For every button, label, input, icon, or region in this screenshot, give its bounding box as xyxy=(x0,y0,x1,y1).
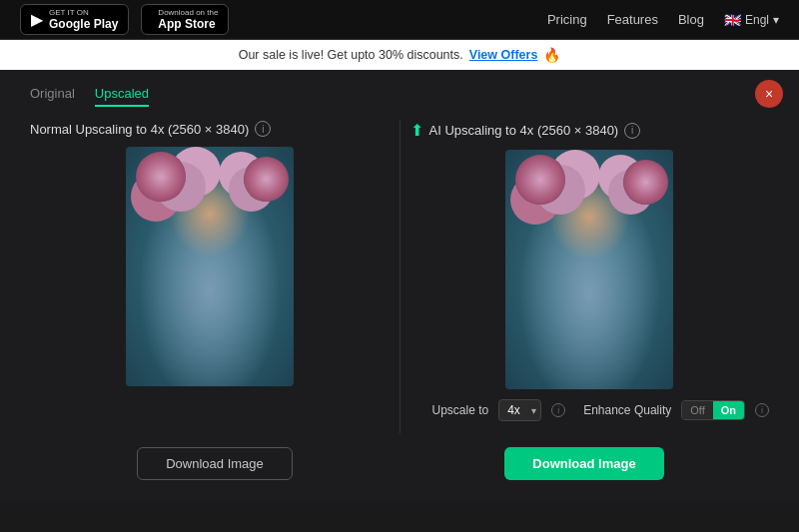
normal-info-icon[interactable]: i xyxy=(255,121,271,137)
download-left: Download Image xyxy=(30,447,400,480)
google-play-button[interactable]: ▶ GET IT ON Google Play xyxy=(20,4,129,35)
google-play-icon: ▶ xyxy=(31,10,43,29)
panel-divider xyxy=(400,121,400,433)
features-link[interactable]: Features xyxy=(607,12,658,27)
language-selector[interactable]: 🇬🇧 Engl ▾ xyxy=(724,12,779,28)
upscale-label: Upscale to xyxy=(431,403,488,417)
upscale-select-wrap: 1x 2x 4x 8x xyxy=(498,399,541,421)
flag-icon: 🇬🇧 xyxy=(724,12,741,28)
pricing-link[interactable]: Pricing xyxy=(547,12,587,27)
normal-panel-header: Normal Upscaling to 4x (2560 × 3840) i xyxy=(30,121,390,137)
download-row: Download Image Download Image xyxy=(30,447,769,480)
comparison-area: Normal Upscaling to 4x (2560 × 3840) i ⬆… xyxy=(30,121,769,433)
tab-original[interactable]: Original xyxy=(30,86,75,107)
enhance-info-icon[interactable]: i xyxy=(755,403,769,417)
controls-row: Upscale to 1x 2x 4x 8x i Enhance Quality… xyxy=(410,399,770,421)
enhance-quality-label: Enhance Quality xyxy=(583,403,671,417)
normal-image xyxy=(126,147,294,386)
normal-panel-title: Normal Upscaling to 4x (2560 × 3840) xyxy=(30,122,249,137)
promo-text: Our sale is live! Get upto 30% discounts… xyxy=(239,48,463,62)
app-store-main-text: App Store xyxy=(158,17,218,31)
blog-link[interactable]: Blog xyxy=(678,12,704,27)
ai-panel-title: AI Upscaling to 4x (2560 × 3840) xyxy=(429,123,619,138)
lang-chevron-icon: ▾ xyxy=(773,13,779,27)
enhance-quality-toggle: Off On xyxy=(681,400,745,420)
main-content: × Original Upscaled Normal Upscaling to … xyxy=(0,70,799,500)
ai-upscale-icon: ⬆ xyxy=(410,121,423,140)
toggle-off-option[interactable]: Off xyxy=(682,401,712,419)
download-ai-button[interactable]: Download Image xyxy=(504,447,663,480)
tab-upscaled[interactable]: Upscaled xyxy=(95,86,149,107)
normal-upscale-panel: Normal Upscaling to 4x (2560 × 3840) i xyxy=(30,121,390,386)
google-play-main-text: Google Play xyxy=(49,17,118,31)
upscale-info-icon[interactable]: i xyxy=(551,403,565,417)
ai-info-icon[interactable]: i xyxy=(624,123,640,139)
promo-bar: Our sale is live! Get upto 30% discounts… xyxy=(0,40,799,70)
upscale-select[interactable]: 1x 2x 4x 8x xyxy=(498,399,541,421)
download-normal-button[interactable]: Download Image xyxy=(137,447,293,480)
toggle-on-option[interactable]: On xyxy=(713,401,744,419)
close-button[interactable]: × xyxy=(755,80,783,108)
google-play-top-text: GET IT ON xyxy=(49,8,118,17)
lang-label: Engl xyxy=(745,13,769,27)
top-nav: ▶ GET IT ON Google Play Download on the … xyxy=(0,0,799,40)
fire-icon: 🔥 xyxy=(543,47,560,63)
view-offers-link[interactable]: View Offers xyxy=(469,48,538,62)
ai-panel-header: ⬆ AI Upscaling to 4x (2560 × 3840) i xyxy=(410,121,770,140)
ai-upscale-panel: ⬆ AI Upscaling to 4x (2560 × 3840) i Ups… xyxy=(410,121,770,433)
tabs: Original Upscaled xyxy=(30,86,769,107)
nav-links: Pricing Features Blog 🇬🇧 Engl ▾ xyxy=(547,12,779,28)
app-store-button[interactable]: Download on the App Store xyxy=(141,4,229,35)
ai-portrait xyxy=(505,150,673,389)
ai-image xyxy=(505,150,673,389)
normal-portrait xyxy=(126,147,294,386)
app-store-top-text: Download on the xyxy=(158,8,218,17)
download-right: Download Image xyxy=(400,447,769,480)
